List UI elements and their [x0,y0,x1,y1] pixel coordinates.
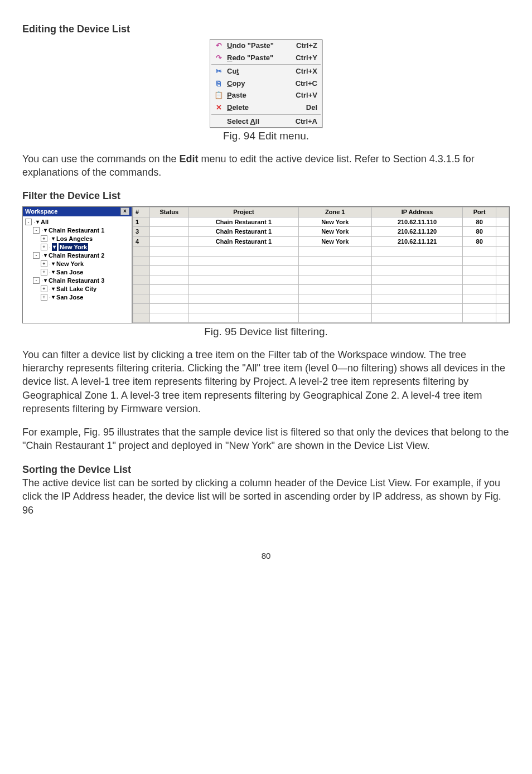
edit-menu-figure: ↶ Undo "Paste" Ctrl+Z ↷ Redo "Paste" Ctr… [22,39,510,128]
menu-shortcut: Ctrl+A [291,117,317,127]
cell-status [149,227,188,237]
menu-label: Copy [227,79,291,89]
tree-item[interactable]: +·▾Salt Lake City [25,285,129,293]
cell-ip: 210.62.11.121 [371,237,463,247]
close-icon[interactable]: × [120,207,129,215]
cell-ip: 210.62.11.120 [371,227,463,237]
col-header-num[interactable]: # [133,207,150,217]
table-row [133,294,509,304]
expand-icon[interactable]: + [41,286,47,292]
expand-icon[interactable]: + [41,260,47,267]
menu-separator [211,114,321,115]
tree-item[interactable]: +·▾San Jose [25,268,129,277]
tree-item[interactable]: +·▾New York [25,260,129,268]
table-row[interactable]: 1 Chain Restaurant 1 New York 210.62.11.… [133,217,509,227]
menu-item-redo[interactable]: ↷ Redo "Paste" Ctrl+Y [210,52,322,64]
menu-label: Undo "Paste" [227,41,291,51]
cell-ip: 210.62.11.110 [371,217,463,227]
tree-item[interactable]: -·▾Chain Restaurant 1 [25,226,129,235]
cell-num: 1 [133,217,150,227]
page-number: 80 [22,550,510,562]
cell-zone1: New York [298,237,371,247]
filter-tree: -·▾All -·▾Chain Restaurant 1 +·▾Los Ange… [23,216,132,303]
filter-icon: ▾ [36,218,39,226]
paragraph: For example, Fig. 95 illustrates that th… [22,425,510,453]
tree-item[interactable]: -·▾Chain Restaurant 2 [25,251,129,260]
table-row [133,257,509,266]
expand-icon[interactable]: + [41,244,47,250]
tree-item[interactable]: +·▾San Jose [25,293,129,302]
menu-label: Cut [227,66,291,76]
cell-zone1: New York [298,217,371,227]
heading-sorting-device-list: Sorting the Device List [22,463,510,476]
heading-filter-device-list: Filter the Device List [22,189,510,202]
expand-icon[interactable]: + [41,235,47,242]
table-row[interactable]: 4 Chain Restaurant 1 New York 210.62.11.… [133,237,509,247]
col-header-ip[interactable]: IP Address [371,207,463,217]
collapse-icon[interactable]: - [25,219,32,225]
filter-icon: ▾ [52,285,55,293]
edit-menu: ↶ Undo "Paste" Ctrl+Z ↷ Redo "Paste" Ctr… [210,39,322,128]
paragraph: You can use the commands on the Edit men… [22,152,510,180]
table-row [133,247,509,257]
col-header-port[interactable]: Port [463,207,496,217]
delete-icon: ✕ [214,103,224,112]
menu-shortcut: Del [291,103,317,113]
col-header-extra [496,207,509,217]
cell-project: Chain Restaurant 1 [189,217,299,227]
expand-icon[interactable]: + [41,269,47,275]
table-row [133,285,509,294]
table-row [133,313,509,323]
filter-icon: ▾ [52,235,55,243]
menu-label: Paste [227,90,291,100]
blank-icon [214,117,224,125]
menu-label: Delete [227,103,291,113]
tree-item[interactable]: -·▾Chain Restaurant 3 [25,277,129,285]
menu-shortcut: Ctrl+X [291,66,317,76]
cell-extra [496,227,509,237]
expand-icon[interactable]: + [41,294,47,301]
cell-project: Chain Restaurant 1 [189,227,299,237]
cut-icon: ✂ [214,67,224,76]
menu-shortcut: Ctrl+Z [291,41,317,51]
collapse-icon[interactable]: - [33,252,40,259]
device-list-figure: Workspace × -·▾All -·▾Chain Restaurant 1… [22,206,510,323]
menu-label: Select All [227,117,291,127]
cell-port: 80 [463,227,496,237]
filter-icon: ▾ [52,243,57,251]
col-header-status[interactable]: Status [149,207,188,217]
figure-caption-95: Fig. 95 Device list filtering. [22,325,510,339]
paste-icon: 📋 [214,91,224,100]
menu-item-select-all[interactable]: Select All Ctrl+A [210,115,322,128]
menu-item-cut[interactable]: ✂ Cut Ctrl+X [210,65,322,78]
col-header-project[interactable]: Project [189,207,299,217]
menu-item-delete[interactable]: ✕ Delete Del [210,101,322,114]
cell-port: 80 [463,217,496,227]
table-row [133,266,509,275]
collapse-icon[interactable]: - [33,277,40,284]
tree-item-selected[interactable]: +·▾New York [25,243,129,251]
paragraph: You can filter a device list by clicking… [22,348,510,415]
menu-label: Redo "Paste" [227,53,291,63]
menu-shortcut: Ctrl+V [291,90,317,100]
menu-shortcut: Ctrl+C [291,79,317,89]
cell-port: 80 [463,237,496,247]
table-row[interactable]: 3 Chain Restaurant 1 New York 210.62.11.… [133,227,509,237]
cell-num: 3 [133,227,150,237]
table-row [133,275,509,285]
tree-item[interactable]: +·▾Los Angeles [25,235,129,243]
cell-status [149,217,188,227]
device-list-table: # Status Project Zone 1 IP Address Port … [133,207,509,323]
menu-item-paste[interactable]: 📋 Paste Ctrl+V [210,89,322,101]
table-row [133,304,509,313]
cell-num: 4 [133,237,150,247]
menu-item-copy[interactable]: ⎘ Copy Ctrl+C [210,78,322,90]
collapse-icon[interactable]: - [33,227,40,234]
col-header-zone1[interactable]: Zone 1 [298,207,371,217]
workspace-title-bar: Workspace × [23,207,132,216]
workspace-title: Workspace [25,207,58,216]
tree-item-all[interactable]: -·▾All [25,218,129,226]
heading-editing-device-list: Editing the Device List [22,22,510,36]
menu-item-undo[interactable]: ↶ Undo "Paste" Ctrl+Z [210,40,322,52]
filter-icon: ▾ [52,260,55,268]
